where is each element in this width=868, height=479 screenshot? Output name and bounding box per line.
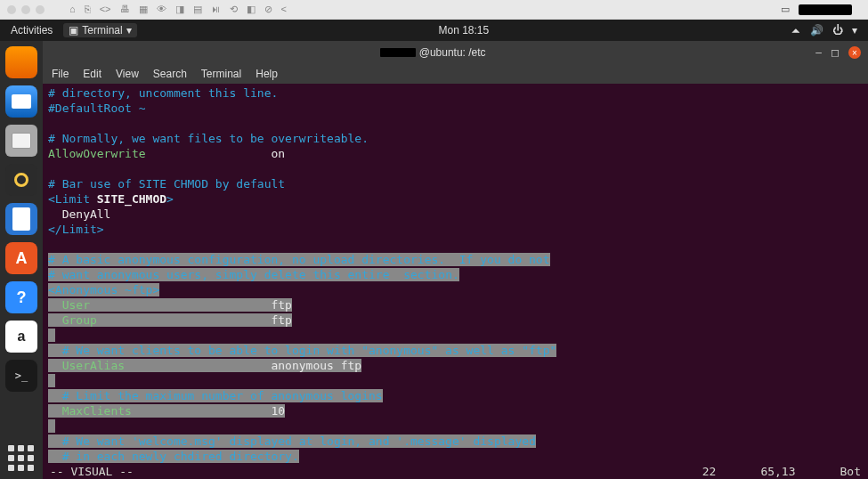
host-tool-icon[interactable]: <> — [100, 4, 111, 15]
vim-editor[interactable]: # directory, uncomment this line. #Defau… — [43, 84, 868, 463]
gnome-top-panel: Activities ▣ Terminal ▾ Mon 18:15 ⏶ 🔊 ⏻ … — [0, 20, 868, 41]
host-tool-icon[interactable]: ⏯ — [211, 4, 221, 15]
close-dot[interactable] — [7, 5, 16, 14]
host-tool-icon[interactable]: 🖶 — [120, 4, 130, 15]
terminal-icon: ▣ — [69, 24, 78, 37]
menu-view[interactable]: View — [116, 68, 139, 80]
host-tool-icon[interactable]: ⟲ — [230, 4, 238, 15]
dock-rhythmbox[interactable] — [5, 164, 37, 196]
maximize-button[interactable]: ◻ — [831, 46, 840, 59]
host-toolbar-icons: ⌂⎘<>🖶▦👁◨▤⏯⟲◧⊘< — [69, 4, 287, 15]
host-tool-icon[interactable]: ⎘ — [85, 4, 91, 15]
app-menu-label: Terminal — [82, 24, 122, 37]
chevron-down-icon: ▾ — [126, 24, 132, 37]
window-titlebar[interactable]: @ubuntu: /etc – ◻ × — [43, 41, 868, 64]
host-titlebar: ⌂⎘<>🖶▦👁◨▤⏯⟲◧⊘< ▭ — [0, 0, 868, 20]
menu-file[interactable]: File — [52, 68, 69, 80]
terminal-window: @ubuntu: /etc – ◻ × FileEditViewSearchTe… — [43, 41, 868, 479]
close-button[interactable]: × — [848, 46, 861, 59]
dock-help[interactable]: ? — [5, 281, 37, 313]
dock-terminal[interactable]: >_ — [5, 360, 37, 392]
host-tool-icon[interactable]: 👁 — [157, 4, 166, 15]
min-dot[interactable] — [21, 5, 30, 14]
panel-tray[interactable]: ⏶ 🔊 ⏻ ▾ — [791, 24, 857, 37]
panel-clock[interactable]: Mon 18:15 — [438, 24, 489, 37]
window-traffic-lights[interactable] — [7, 5, 45, 14]
max-dot[interactable] — [36, 5, 45, 14]
host-tool-icon[interactable]: ◧ — [247, 4, 256, 15]
app-menu-terminal[interactable]: ▣ Terminal ▾ — [63, 23, 136, 37]
vim-mode: -- VISUAL -- — [50, 465, 134, 478]
host-tool-icon[interactable]: ▦ — [139, 4, 148, 15]
terminal-menubar[interactable]: FileEditViewSearchTerminalHelp — [43, 64, 868, 84]
host-tool-icon[interactable]: ▤ — [193, 4, 202, 15]
vim-cursor-pos: 65,13 — [760, 465, 795, 478]
dock-files[interactable] — [5, 125, 37, 157]
network-icon[interactable]: ⏶ — [791, 24, 801, 37]
vim-lines: 22 — [702, 465, 717, 478]
menu-search[interactable]: Search — [153, 68, 187, 80]
title-path: @ubuntu: /etc — [419, 46, 486, 59]
dock-software[interactable]: A — [5, 242, 37, 274]
chevron-down-icon[interactable]: ▾ — [852, 24, 857, 37]
menu-edit[interactable]: Edit — [83, 68, 101, 80]
gnome-dock: A ? a >_ — [0, 41, 43, 479]
show-applications[interactable] — [8, 445, 35, 472]
menu-terminal[interactable]: Terminal — [201, 68, 241, 80]
dock-thunderbird[interactable] — [5, 85, 37, 118]
activities-button[interactable]: Activities — [11, 24, 53, 37]
dock-libreoffice[interactable] — [5, 203, 37, 235]
minimize-button[interactable]: – — [815, 46, 822, 59]
host-tool-icon[interactable]: ⊘ — [264, 4, 272, 15]
host-tool-icon[interactable]: ⌂ — [69, 4, 76, 15]
redacted-title — [799, 4, 852, 15]
host-tab-icon: ▭ — [781, 4, 790, 15]
vim-statusline: -- VISUAL -- 22 65,13 Bot — [43, 463, 868, 479]
vim-scroll-pos: Bot — [840, 465, 861, 478]
dock-firefox[interactable] — [5, 46, 37, 78]
host-tool-icon[interactable]: ◨ — [175, 4, 184, 15]
dock-amazon[interactable]: a — [5, 321, 37, 353]
redacted-user — [380, 48, 416, 57]
power-icon[interactable]: ⏻ — [832, 24, 843, 37]
volume-icon[interactable]: 🔊 — [810, 24, 823, 37]
menu-help[interactable]: Help — [256, 68, 278, 80]
window-title: @ubuntu: /etc — [380, 46, 486, 59]
host-tool-icon[interactable]: < — [281, 4, 287, 15]
